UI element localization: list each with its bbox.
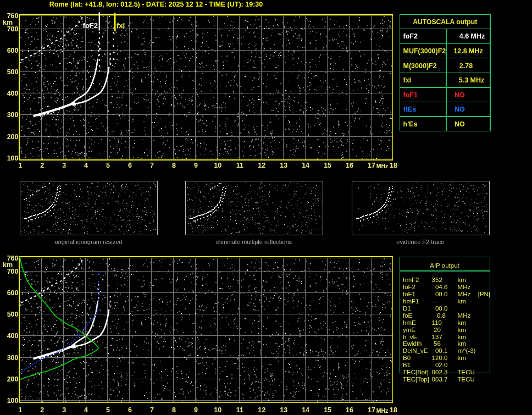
svg-text:17: 17 [368,406,375,414]
svg-text:DelN_vE: DelN_vE [403,347,428,354]
svg-text:4.6 MHz: 4.6 MHz [459,32,485,40]
svg-text:003.7: 003.7 [432,376,448,383]
svg-text:km: km [458,355,466,361]
svg-text:MHz: MHz [376,407,389,414]
svg-text:m^(-3): m^(-3) [458,347,476,354]
svg-text:200: 200 [7,375,19,383]
svg-text:00.1: 00.1 [435,347,447,354]
svg-text:0.8: 0.8 [437,312,446,319]
svg-text:18: 18 [390,162,397,169]
svg-text:MHz: MHz [458,291,471,297]
svg-text:100: 100 [7,154,19,162]
svg-text:100: 100 [7,397,19,405]
svg-text:4: 4 [84,162,88,169]
svg-text:ymE: ymE [403,327,415,333]
svg-text:500: 500 [7,311,19,318]
svg-text:MHz: MHz [376,163,389,169]
svg-text:6: 6 [128,162,132,169]
svg-text:MUF(3000)F2: MUF(3000)F2 [403,47,446,55]
svg-text:km: km [458,334,466,340]
svg-text:NO: NO [455,120,465,128]
svg-text:8: 8 [172,162,176,169]
svg-text:B1: B1 [403,362,411,368]
svg-text:---: --- [432,298,439,305]
svg-text:12.8 MHz: 12.8 MHz [453,47,483,55]
svg-text:AUTOSCALA output: AUTOSCALA output [413,18,477,26]
svg-text:2.78: 2.78 [459,62,473,70]
svg-text:400: 400 [7,332,19,340]
svg-text:300: 300 [7,354,19,362]
svg-text:14: 14 [302,162,309,169]
svg-text:56: 56 [434,340,441,347]
svg-text:km: km [458,327,466,333]
svg-text:foF1: foF1 [403,91,418,99]
svg-text:NO: NO [455,106,465,113]
svg-text:D1: D1 [403,305,411,312]
svg-text:17: 17 [368,162,375,169]
svg-text:km: km [3,261,13,269]
svg-text:3: 3 [62,406,66,414]
svg-text:fxI: fxI [403,76,412,84]
svg-text:9: 9 [194,406,198,414]
svg-text:15: 15 [324,162,331,169]
svg-text:foE: foE [403,312,413,319]
svg-text:00.0: 00.0 [435,305,447,312]
svg-text:7: 7 [150,162,154,169]
svg-text:original ionogram resized: original ionogram resized [55,239,123,245]
svg-text:16: 16 [346,162,353,169]
svg-text:1: 1 [18,406,22,414]
svg-text:02.0: 02.0 [435,362,447,368]
svg-text:352: 352 [432,276,442,283]
svg-text:MHz: MHz [458,284,471,290]
svg-text:5: 5 [106,162,110,169]
svg-text:TECU: TECU [458,376,475,383]
svg-text:ftEs: ftEs [403,106,417,113]
svg-text:TEC[Bot]: TEC[Bot] [403,369,429,375]
svg-text:137: 137 [432,334,442,340]
svg-text:AIP output: AIP output [430,262,459,269]
svg-text:eliminate multiple reflections: eliminate multiple reflections [216,239,292,245]
svg-text:6: 6 [128,406,132,414]
svg-text:110: 110 [432,319,442,326]
svg-text:Rome (lat: +41.8, lon: 012.5): Rome (lat: +41.8, lon: 012.5) - DATE: 20… [49,1,263,8]
svg-text:9: 9 [194,162,198,169]
svg-text:5: 5 [106,406,110,414]
svg-text:600: 600 [7,47,19,54]
svg-text:foF2: foF2 [403,284,415,290]
svg-text:04.6: 04.6 [435,284,447,290]
svg-text:13: 13 [280,406,287,414]
svg-text:10: 10 [214,162,221,169]
svg-text:hmF2: hmF2 [403,276,419,283]
svg-text:500: 500 [7,68,19,76]
svg-text:300: 300 [7,111,19,119]
svg-text:km: km [458,340,466,347]
svg-text:1: 1 [18,162,22,169]
svg-text:fxI: fxI [117,21,125,30]
svg-text:M(3000)F2: M(3000)F2 [403,62,437,70]
svg-text:2: 2 [40,162,44,169]
svg-text:3: 3 [62,162,66,169]
svg-text:[PN]: [PN] [478,291,490,297]
svg-text:Ewidth: Ewidth [403,340,422,347]
svg-text:foF2: foF2 [83,21,98,30]
svg-text:11: 11 [236,406,243,414]
svg-text:400: 400 [7,90,19,97]
svg-text:B0: B0 [403,355,411,361]
svg-text:km: km [458,276,466,283]
svg-text:NO: NO [455,91,465,99]
svg-text:002.3: 002.3 [432,369,448,375]
svg-text:4: 4 [84,406,88,414]
svg-text:h'Es: h'Es [403,120,418,128]
svg-text:10: 10 [214,406,221,414]
svg-text:200: 200 [7,133,19,141]
svg-text:8: 8 [172,406,176,414]
svg-text:evidence F2 trace: evidence F2 trace [396,239,444,245]
svg-text:120.0: 120.0 [432,355,448,361]
svg-text:12: 12 [258,162,265,169]
svg-text:km: km [458,298,466,305]
svg-text:11: 11 [236,162,243,169]
svg-text:15: 15 [324,406,331,414]
svg-text:TEC[Top]: TEC[Top] [403,376,429,383]
svg-text:hmE: hmE [403,319,416,326]
svg-text:7: 7 [150,406,154,414]
